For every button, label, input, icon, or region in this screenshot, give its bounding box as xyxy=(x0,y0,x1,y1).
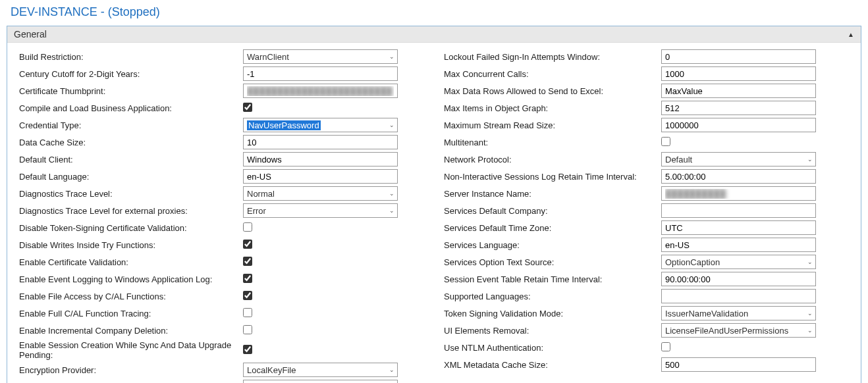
label-enable-incremental: Enable Incremental Company Deletion: xyxy=(13,326,243,336)
input-max-data-rows[interactable] xyxy=(661,84,816,98)
label-session-event-retain: Session Event Table Retain Time Interval… xyxy=(437,274,661,284)
label-supported-languages: Supported Languages: xyxy=(437,292,661,301)
label-default-language: Default Language: xyxy=(13,172,243,182)
input-non-interactive[interactable] xyxy=(661,169,816,184)
label-diag-trace-ext: Diagnostics Trace Level for external pro… xyxy=(13,206,243,216)
select-ui-elements-removal[interactable]: LicenseFileAndUserPermissions ⌄ xyxy=(661,323,816,338)
checkbox-compile-load[interactable] xyxy=(243,103,252,112)
label-disable-token-signing: Disable Token-Signing Certificate Valida… xyxy=(13,223,243,233)
label-data-cache-size: Data Cache Size: xyxy=(13,138,243,147)
chevron-down-icon: ⌄ xyxy=(807,156,813,163)
chevron-down-icon: ⌄ xyxy=(807,327,813,334)
checkbox-enable-session-creation[interactable] xyxy=(243,345,252,354)
select-token-signing-mode[interactable]: IssuerNameValidation ⌄ xyxy=(661,306,816,320)
select-services-option-text[interactable]: OptionCaption ⌄ xyxy=(661,255,816,269)
label-token-signing-mode: Token Signing Validation Mode: xyxy=(437,309,661,319)
label-services-timezone: Services Default Time Zone: xyxy=(437,223,661,233)
form-body: Build Restriction: WarnClient ⌄ Century … xyxy=(7,43,861,383)
label-century-cutoff: Century Cutoff for 2-Digit Years: xyxy=(13,69,243,79)
checkbox-enable-incremental[interactable] xyxy=(243,325,252,334)
chevron-down-icon: ⌄ xyxy=(389,53,394,60)
checkbox-disable-token-signing[interactable] xyxy=(243,222,252,232)
left-column: Build Restriction: WarnClient ⌄ Century … xyxy=(13,49,431,383)
chevron-down-icon: ⌄ xyxy=(389,367,394,373)
chevron-down-icon: ⌄ xyxy=(807,259,813,265)
label-max-stream: Maximum Stream Read Size: xyxy=(437,120,661,130)
label-services-option-text: Services Option Text Source: xyxy=(437,257,661,267)
select-diag-trace[interactable]: Normal ⌄ xyxy=(243,186,398,201)
section-title: General xyxy=(14,29,47,39)
input-server-instance[interactable] xyxy=(661,186,816,201)
right-column: Lockout Failed Sign-In Attempts Window: … xyxy=(437,49,855,383)
label-enable-full-tracing: Enable Full C/AL Function Tracing: xyxy=(13,309,243,319)
checkbox-enable-cert-validation[interactable] xyxy=(243,257,252,266)
label-encryption-provider: Encryption Provider: xyxy=(13,365,243,375)
checkbox-enable-event-logging[interactable] xyxy=(243,274,252,283)
chevron-down-icon: ⌄ xyxy=(389,207,394,214)
label-enable-session-creation: Enable Session Creation While Sync And D… xyxy=(13,340,243,360)
select-diag-trace-ext[interactable]: Error ⌄ xyxy=(243,203,398,218)
label-build-restriction: Build Restriction: xyxy=(13,52,243,62)
input-xml-metadata-cache[interactable] xyxy=(661,357,816,372)
checkbox-enable-full-tracing[interactable] xyxy=(243,308,252,317)
label-non-interactive: Non-Interactive Sessions Log Retain Time… xyxy=(437,172,661,182)
label-server-instance: Server Instance Name: xyxy=(437,189,661,199)
input-lockout-window[interactable] xyxy=(661,49,816,64)
input-data-cache-size[interactable] xyxy=(243,135,398,149)
chevron-down-icon: ⌄ xyxy=(807,310,813,317)
section-header[interactable]: General ▲ xyxy=(7,26,861,43)
input-lockout-count[interactable] xyxy=(243,380,398,383)
input-services-company[interactable] xyxy=(661,203,816,218)
label-lockout-window: Lockout Failed Sign-In Attempts Window: xyxy=(437,52,661,62)
chevron-down-icon: ⌄ xyxy=(389,122,394,128)
label-max-items: Max Items in Object Graph: xyxy=(437,103,661,113)
input-services-timezone[interactable] xyxy=(661,220,816,235)
page-title: DEV-INSTANCE - (Stopped) xyxy=(7,3,861,26)
select-build-restriction[interactable]: WarnClient ⌄ xyxy=(243,49,398,64)
label-services-language: Services Language: xyxy=(437,240,661,250)
input-cert-thumbprint[interactable] xyxy=(243,84,398,98)
input-session-event-retain[interactable] xyxy=(661,272,816,286)
checkbox-disable-writes-try[interactable] xyxy=(243,240,252,249)
input-default-client[interactable] xyxy=(243,152,398,166)
select-credential-type[interactable]: NavUserPassword ⌄ xyxy=(243,118,398,132)
input-century-cutoff[interactable] xyxy=(243,66,398,81)
label-services-company: Services Default Company: xyxy=(437,206,661,216)
input-supported-languages[interactable] xyxy=(661,289,816,303)
label-disable-writes-try: Disable Writes Inside Try Functions: xyxy=(13,240,243,250)
chevron-down-icon: ⌄ xyxy=(389,190,394,197)
label-xml-metadata-cache: XML Metadata Cache Size: xyxy=(437,360,661,370)
label-network-protocol: Network Protocol: xyxy=(437,155,661,165)
label-enable-event-logging: Enable Event Logging to Windows Applicat… xyxy=(13,274,243,284)
checkbox-use-ntlm[interactable] xyxy=(661,342,670,351)
general-panel: General ▲ Build Restriction: WarnClient … xyxy=(7,26,861,383)
label-enable-cert-validation: Enable Certificate Validation: xyxy=(13,257,243,267)
label-compile-load: Compile and Load Business Application: xyxy=(13,103,243,113)
input-services-language[interactable] xyxy=(661,238,816,252)
label-cert-thumbprint: Certificate Thumbprint: xyxy=(13,86,243,96)
label-use-ntlm: Use NTLM Authentication: xyxy=(437,343,661,353)
label-multitenant: Multitenant: xyxy=(437,138,661,147)
label-diag-trace: Diagnostics Trace Level: xyxy=(13,189,243,199)
collapse-icon[interactable]: ▲ xyxy=(848,31,854,38)
label-max-data-rows: Max Data Rows Allowed to Send to Excel: xyxy=(437,86,661,96)
checkbox-multitenant[interactable] xyxy=(661,137,670,146)
input-max-stream[interactable] xyxy=(661,118,816,132)
checkbox-enable-file-access[interactable] xyxy=(243,291,252,300)
input-default-language[interactable] xyxy=(243,169,398,184)
select-encryption-provider[interactable]: LocalKeyFile ⌄ xyxy=(243,363,398,377)
input-max-items[interactable] xyxy=(661,101,816,115)
input-max-concurrent[interactable] xyxy=(661,66,816,81)
label-default-client: Default Client: xyxy=(13,155,243,165)
label-max-concurrent: Max Concurrent Calls: xyxy=(437,69,661,79)
label-ui-elements-removal: UI Elements Removal: xyxy=(437,326,661,336)
select-network-protocol[interactable]: Default ⌄ xyxy=(661,152,816,166)
label-enable-file-access: Enable File Access by C/AL Functions: xyxy=(13,292,243,301)
label-credential-type: Credential Type: xyxy=(13,120,243,130)
